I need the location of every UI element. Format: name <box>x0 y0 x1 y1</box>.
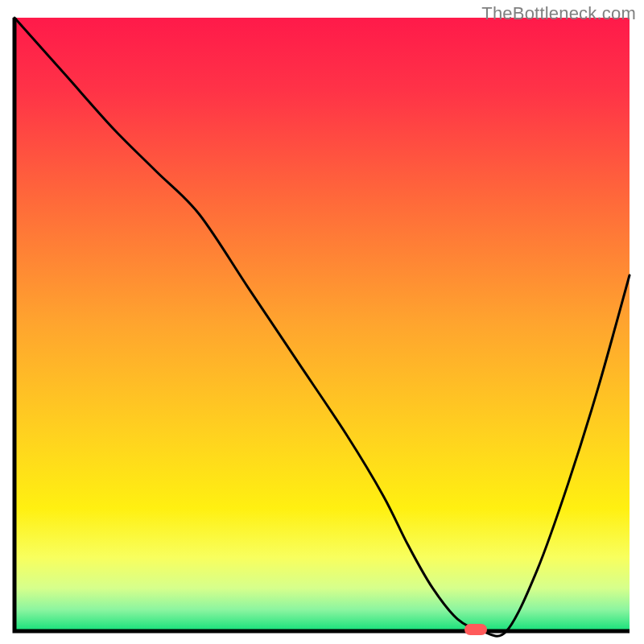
watermark-label: TheBottleneck.com <box>481 3 636 24</box>
plot-background <box>14 18 630 631</box>
optimal-marker <box>464 624 487 635</box>
chart-svg <box>0 0 644 644</box>
chart-canvas: TheBottleneck.com <box>0 0 644 644</box>
